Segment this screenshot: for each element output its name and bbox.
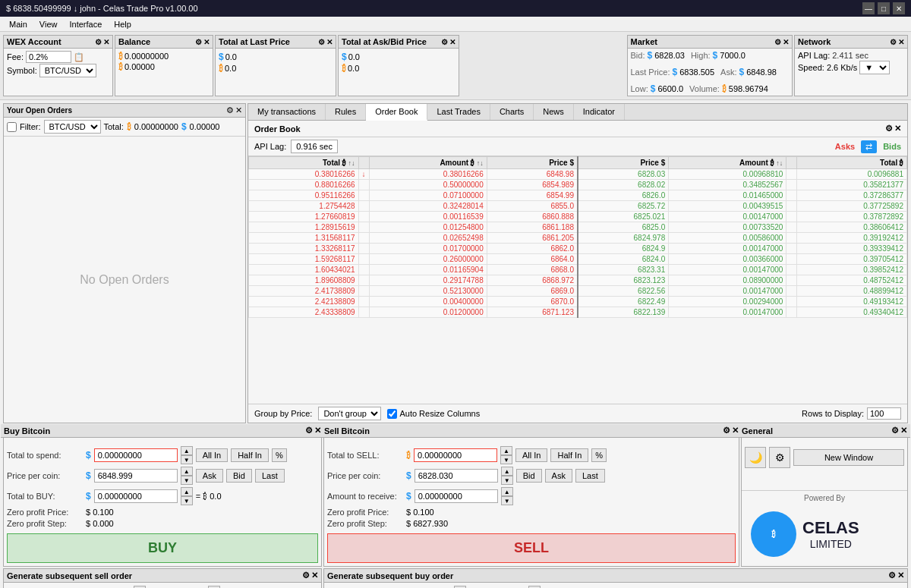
sell-close-icon[interactable]: ✕ (732, 426, 739, 435)
total-last-settings-icon[interactable]: ⚙ (318, 38, 325, 46)
buy-half-in-button[interactable]: Half In (231, 448, 269, 462)
gen-sell-close-icon[interactable]: ✕ (311, 571, 318, 580)
total-spend-down[interactable]: ▼ (181, 455, 193, 464)
orders-close-icon[interactable]: ✕ (235, 105, 242, 115)
total-label: Total: (104, 122, 124, 131)
total-to-buy-label: Total to BUY: (7, 492, 83, 501)
total-last-close-icon[interactable]: ✕ (326, 38, 333, 46)
symbol-select[interactable]: BTC/USD (39, 64, 96, 77)
price-per-coin-input-buy[interactable] (94, 469, 178, 483)
new-window-button[interactable]: New Window (793, 449, 904, 466)
orders-settings-icon[interactable]: ⚙ (226, 105, 234, 115)
buy-ask-button[interactable]: Ask (196, 469, 223, 483)
last-price-value: 6838.505 (679, 68, 714, 77)
tab-order-book[interactable]: Order Book (366, 104, 427, 121)
col-arrow-ask (358, 157, 369, 169)
tab-my-transactions[interactable]: My transactions (248, 104, 326, 120)
menu-view[interactable]: View (33, 17, 64, 32)
total-sell-up[interactable]: ▲ (500, 446, 512, 455)
price-coin-down-sell[interactable]: ▼ (501, 476, 513, 485)
sell-half-in-button[interactable]: Half In (550, 448, 588, 462)
market-close-icon[interactable]: ✕ (783, 38, 789, 46)
total-to-spend-input[interactable] (94, 448, 178, 462)
tab-rules[interactable]: Rules (326, 104, 366, 120)
copy-icon[interactable]: 📋 (74, 52, 84, 62)
bid-amount-cell: 0.00147000 (669, 286, 786, 297)
minimize-button[interactable]: — (862, 2, 875, 14)
wex-settings-icon[interactable]: ⚙ (95, 38, 102, 46)
bid-arrow-cell (786, 233, 797, 244)
price-coin-up-buy[interactable]: ▲ (181, 467, 193, 476)
total-ask-settings-icon[interactable]: ⚙ (441, 38, 448, 46)
sell-settings-icon[interactable]: ⚙ (723, 426, 730, 435)
total-to-sell-input[interactable] (414, 448, 497, 462)
bid-total-cell: 0.35821377 (797, 180, 907, 190)
tab-charts[interactable]: Charts (490, 104, 534, 120)
swap-asks-bids-button[interactable]: ⇄ (861, 140, 877, 153)
tab-indicator[interactable]: Indicator (574, 104, 625, 120)
menu-help[interactable]: Help (108, 17, 137, 32)
moon-button[interactable]: 🌙 (745, 447, 766, 468)
balance-close-icon[interactable]: ✕ (203, 38, 210, 46)
bid-arrow-cell (786, 169, 797, 180)
tab-news[interactable]: News (534, 104, 574, 120)
speed-unit-select[interactable]: ▼ (859, 61, 890, 74)
close-button[interactable]: ✕ (893, 2, 905, 14)
bid-value: 6828.03 (654, 51, 685, 60)
network-close-icon[interactable]: ✕ (898, 38, 904, 46)
price-coin-down-buy[interactable]: ▼ (181, 476, 193, 485)
amount-to-receive-input[interactable] (415, 489, 498, 503)
price-per-coin-input-sell[interactable] (415, 469, 498, 483)
menu-interface[interactable]: Interface (64, 17, 109, 32)
total-last-title: Total at Last Price (219, 37, 290, 46)
maximize-button[interactable]: □ (878, 2, 890, 14)
buy-button[interactable]: BUY (7, 533, 318, 563)
menu-main[interactable]: Main (3, 17, 33, 32)
sell-bid-button[interactable]: Bid (516, 469, 542, 483)
tab-last-trades[interactable]: Last Trades (427, 104, 490, 120)
ob-close-icon[interactable]: ✕ (894, 124, 901, 134)
buy-percent-button[interactable]: % (272, 448, 287, 462)
network-settings-icon[interactable]: ⚙ (890, 38, 897, 46)
ob-settings-icon[interactable]: ⚙ (885, 124, 893, 134)
price-coin-up-sell[interactable]: ▲ (501, 467, 513, 476)
api-lag-label-ob: API Lag: (254, 142, 286, 151)
amount-receive-down[interactable]: ▼ (501, 496, 513, 505)
fee-input[interactable] (26, 51, 71, 63)
gen-buy-close-icon[interactable]: ✕ (897, 571, 904, 580)
sell-button[interactable]: SELL (327, 533, 736, 563)
filter-pair-select[interactable]: BTC/USD (44, 120, 101, 134)
bid-price-cell: 6825.72 (578, 201, 669, 212)
filter-checkbox[interactable] (7, 122, 17, 132)
group-by-price-select[interactable]: Don't group (318, 407, 381, 420)
bid-amount-cell: 0.00147000 (669, 265, 786, 275)
gen-sell-settings-icon[interactable]: ⚙ (302, 571, 310, 580)
sell-percent-button[interactable]: % (591, 448, 607, 462)
general-close-icon[interactable]: ✕ (900, 426, 907, 435)
buy-close-icon[interactable]: ✕ (314, 426, 321, 435)
balance-settings-icon[interactable]: ⚙ (195, 38, 202, 46)
total-to-buy-input[interactable] (94, 489, 178, 503)
market-settings-icon[interactable]: ⚙ (774, 38, 781, 46)
total-sell-down[interactable]: ▼ (500, 455, 512, 464)
buy-last-button[interactable]: Last (255, 469, 285, 483)
wex-close-icon[interactable]: ✕ (103, 38, 109, 46)
buy-settings-icon[interactable]: ⚙ (305, 426, 313, 435)
total-buy-down[interactable]: ▼ (181, 496, 193, 505)
bid-total-cell: 0.37286377 (797, 190, 907, 201)
zero-profit-step-label-buy: Zero profit Step: (7, 519, 83, 528)
rows-to-display-input[interactable] (867, 407, 901, 420)
gen-buy-settings-icon[interactable]: ⚙ (888, 571, 896, 580)
total-spend-up[interactable]: ▲ (181, 446, 193, 455)
general-settings-icon[interactable]: ⚙ (891, 426, 899, 435)
auto-resize-checkbox[interactable] (387, 409, 397, 419)
buy-bid-button[interactable]: Bid (226, 469, 252, 483)
gear-button[interactable]: ⚙ (769, 447, 790, 468)
amount-receive-up[interactable]: ▲ (501, 487, 513, 496)
total-ask-close-icon[interactable]: ✕ (449, 38, 456, 46)
buy-all-in-button[interactable]: All In (196, 448, 228, 462)
sell-last-button[interactable]: Last (575, 469, 605, 483)
sell-all-in-button[interactable]: All In (515, 448, 547, 462)
total-buy-up[interactable]: ▲ (181, 487, 193, 496)
sell-ask-button[interactable]: Ask (545, 469, 572, 483)
